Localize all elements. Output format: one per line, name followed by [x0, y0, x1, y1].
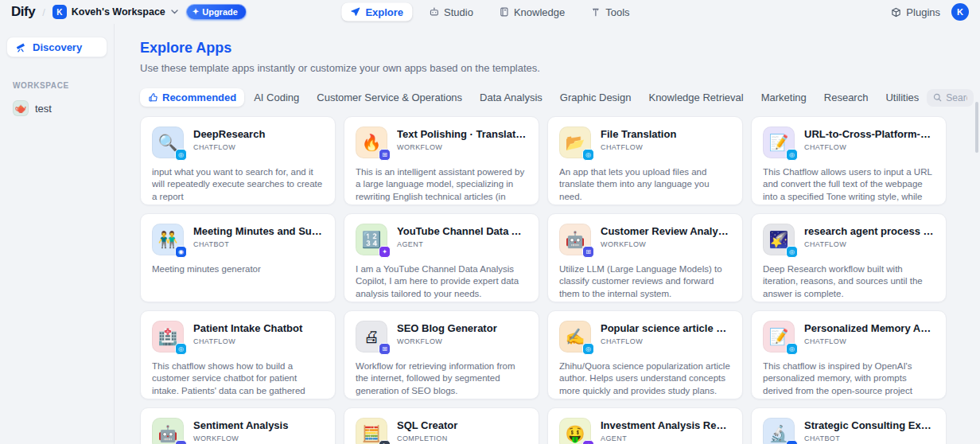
app-meta: DeepResearch CHATFLOW [193, 127, 324, 158]
app-type-label: CHATFLOW [193, 143, 324, 151]
app-icon: 🌠 ◎ [763, 224, 795, 255]
app-type-badge-icon: ◎ [786, 149, 798, 161]
app-description: input what you want to search for, and i… [152, 166, 324, 203]
app-emoji-icon: 🤖 [158, 426, 178, 442]
app-type-badge-icon: ✦ [582, 440, 594, 444]
sidebar: Discovery WORKSPACE 🫖 test [0, 24, 115, 444]
app-meta: Meeting Minutes and Summary CHATBOT [193, 224, 324, 255]
app-description: An app that lets you upload files and tr… [559, 166, 731, 203]
app-card-header: 🏥 ◎ Patient Intake Chatbot CHATFLOW [152, 321, 324, 352]
app-card[interactable]: 📝 ◎ URL-to-Cross-Platform-Copywriting CH… [751, 116, 947, 205]
tab-ai-coding[interactable]: AI Coding [246, 88, 307, 107]
app-card-header: 🔍 ◎ DeepResearch CHATFLOW [152, 127, 324, 158]
tab-research[interactable]: Research [816, 88, 877, 107]
app-card[interactable]: 🤑 ✦ Investment Analysis Report Copilot A… [547, 407, 743, 444]
main-content: Explore Apps Use these template apps ins… [115, 24, 980, 444]
app-card-header: 🤖 ⊞ Customer Review Analysis Workflow WO… [559, 224, 731, 255]
app-card[interactable]: 📂 ◎ File Translation CHATFLOW An app tha… [547, 116, 743, 205]
tab-knowledge-retrieval[interactable]: Knowledge Retrieval [640, 88, 751, 107]
app-description: This chatflow is inspired by OpenAI's pe… [763, 360, 935, 399]
category-tab-label: Customer Service & Operations [317, 92, 462, 103]
app-description: Meeting minutes generator [152, 263, 324, 275]
tab-graphic-design[interactable]: Graphic Design [552, 88, 640, 107]
app-title: SEO Blog Generator [397, 322, 527, 334]
tab-utilities[interactable]: Utilities [877, 88, 927, 107]
app-emoji-icon: ✍ [566, 329, 585, 345]
app-icon: 🤑 ✦ [559, 418, 591, 444]
robot-icon [429, 7, 439, 18]
nav-item-studio[interactable]: Studio [420, 3, 482, 21]
app-card[interactable]: 🖨 ⊞ SEO Blog Generator WORKFLOW Workflow… [344, 310, 539, 399]
app-card[interactable]: 📝 ◎ Personalized Memory Assistant CHATFL… [751, 310, 947, 399]
nav-item-explore[interactable]: Explore [341, 3, 412, 21]
app-emoji-icon: 🧮 [362, 426, 382, 442]
nav-label: Knowledge [514, 6, 565, 18]
app-type-badge-icon: ⊞ [379, 149, 391, 161]
app-card-header: 🌠 ◎ research agent process flow CHATFLOW [763, 224, 935, 255]
app-card-header: 🔥 ⊞ Text Polishing · Translation Tool WO… [356, 127, 527, 158]
app-card[interactable]: 🤖 ⊞ Sentiment Analysis WORKFLOW Batch se… [140, 407, 336, 444]
tab-marketing[interactable]: Marketing [753, 88, 815, 107]
scrollbar-thumb[interactable] [975, 102, 978, 153]
app-card[interactable]: 🌠 ◎ research agent process flow CHATFLOW… [751, 213, 947, 302]
app-description: This is an intelligent assistant powered… [356, 166, 527, 205]
app-icon: 🔬 ◉ [763, 418, 795, 444]
app-card[interactable]: ✍ ◎ Popular science article author (nest… [547, 310, 743, 399]
app-card-header: 🧮 ✎ SQL Creator COMPLETION [356, 418, 527, 444]
app-emoji-icon: 🔬 [769, 426, 789, 442]
category-tab-label: Graphic Design [560, 92, 632, 103]
app-card[interactable]: 🤖 ⊞ Customer Review Analysis Workflow WO… [547, 213, 743, 302]
app-card[interactable]: 🔥 ⊞ Text Polishing · Translation Tool WO… [344, 116, 539, 205]
app-meta: File Translation CHATFLOW [601, 127, 731, 158]
app-icon: 🤖 ⊞ [152, 418, 184, 444]
plugins-button[interactable]: Plugins [891, 6, 940, 18]
nav-label: Explore [365, 6, 403, 18]
app-card-grid: 🔍 ◎ DeepResearch CHATFLOW input what you… [140, 116, 947, 444]
hammer-icon [590, 7, 601, 18]
nav-label: Studio [444, 6, 473, 18]
app-card[interactable]: 🔍 ◎ DeepResearch CHATFLOW input what you… [140, 116, 336, 205]
app-card[interactable]: 🔢 ✦ YouTube Channel Data Analysis AGENT … [344, 213, 539, 302]
app-type-badge-icon: ◉ [786, 440, 798, 444]
header-divider: / [42, 6, 45, 18]
user-avatar[interactable]: K [951, 3, 969, 21]
app-type-label: WORKFLOW [397, 143, 527, 151]
discovery-label: Discovery [33, 41, 82, 53]
app-title: Popular science article author (nested p… [601, 322, 731, 334]
app-emoji-icon: 🔍 [158, 134, 178, 150]
app-type-badge-icon: ✎ [379, 440, 391, 444]
top-header: Dify / K Koveh's Workspace ✦ Upgrade Exp… [0, 0, 980, 24]
app-meta: SQL Creator COMPLETION [397, 418, 527, 444]
app-emoji-icon: 🌠 [769, 232, 789, 247]
app-icon: 🔍 ◎ [152, 127, 184, 158]
nav-item-knowledge[interactable]: Knowledge [490, 3, 574, 21]
app-icon: 🔢 ✦ [356, 224, 387, 255]
plugins-box-icon [891, 7, 901, 18]
app-type-badge-icon: ◎ [582, 343, 594, 355]
app-title: Meeting Minutes and Summary [193, 225, 324, 237]
search-box[interactable] [927, 89, 974, 107]
app-card[interactable]: 🧮 ✎ SQL Creator COMPLETION Write SQL fro… [344, 407, 539, 444]
tab-data-analysis[interactable]: Data Analysis [472, 88, 550, 107]
nav-item-tools[interactable]: Tools [581, 3, 638, 21]
app-description: This Chatflow allows users to input a UR… [763, 166, 935, 205]
search-icon [933, 93, 942, 102]
app-icon: 🏥 ◎ [152, 321, 184, 352]
tab-customer-service-operations[interactable]: Customer Service & Operations [309, 88, 470, 107]
app-meta: YouTube Channel Data Analysis AGENT [397, 224, 527, 255]
search-input[interactable] [946, 92, 967, 103]
app-card[interactable]: 🔬 ◉ Strategic Consulting Expert CHATBOT … [751, 407, 947, 444]
app-card[interactable]: 👬 ◉ Meeting Minutes and Summary CHATBOT … [140, 213, 336, 302]
app-type-badge-icon: ◎ [786, 246, 798, 258]
app-type-badge-icon: ⊞ [582, 246, 594, 258]
sidebar-item-discovery[interactable]: Discovery [6, 37, 107, 57]
sparkle-icon: ✦ [192, 8, 199, 16]
app-card[interactable]: 🏥 ◎ Patient Intake Chatbot CHATFLOW This… [140, 310, 336, 399]
sidebar-item-test[interactable]: 🫖 test [6, 98, 107, 119]
workspace-selector[interactable]: K Koveh's Workspace [52, 5, 178, 19]
tab-recommended[interactable]: Recommended [140, 88, 244, 107]
explore-send-icon [350, 7, 360, 18]
upgrade-label: Upgrade [202, 7, 238, 17]
upgrade-button[interactable]: ✦ Upgrade [186, 4, 247, 20]
app-type-badge-icon: ◎ [175, 343, 187, 355]
